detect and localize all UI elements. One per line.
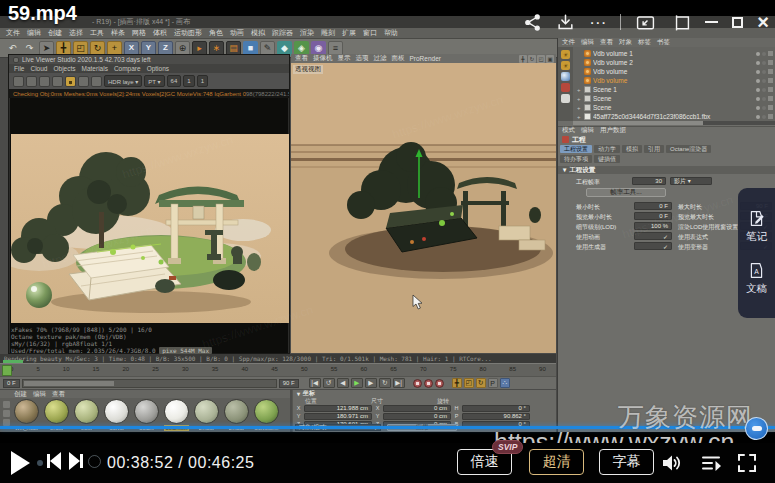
subtitle-button[interactable]: 字幕 bbox=[599, 449, 654, 475]
range-slider[interactable] bbox=[22, 379, 277, 388]
c4d-menu-item[interactable]: 帮助 bbox=[384, 28, 398, 38]
size-field[interactable]: 0 cm bbox=[383, 405, 451, 412]
visibility-dot[interactable] bbox=[756, 115, 760, 119]
close-icon[interactable]: × bbox=[757, 12, 769, 32]
transcript-button[interactable]: A 文稿 bbox=[746, 262, 767, 296]
pause-render-icon[interactable] bbox=[39, 76, 50, 87]
light-icon[interactable]: ☀ bbox=[561, 50, 570, 59]
attribute-tab[interactable]: 动力学 bbox=[594, 145, 620, 153]
c4d-menu-item[interactable]: 网格 bbox=[132, 28, 146, 38]
object-row[interactable]: + 45aff725c0d34464d7f31c23f086ccb1.fbx bbox=[573, 112, 775, 121]
attribute-tab[interactable]: 引用 bbox=[644, 145, 664, 153]
material-menu-item[interactable]: 查看 bbox=[52, 390, 65, 399]
material-sphere[interactable] bbox=[224, 399, 249, 424]
attribute-tab[interactable]: 工程设置 bbox=[560, 145, 592, 153]
key-parameter-icon[interactable]: P bbox=[488, 378, 498, 388]
key-scale-icon[interactable]: ◰ bbox=[464, 378, 474, 388]
share-icon[interactable] bbox=[523, 13, 542, 32]
om-menu-item[interactable]: 对象 bbox=[619, 38, 632, 47]
param-field[interactable]: ✓ bbox=[634, 242, 672, 250]
object-row[interactable]: Vdb volume 2 bbox=[573, 58, 775, 67]
sky-icon[interactable] bbox=[561, 72, 570, 81]
c4d-menu-item[interactable]: 样条 bbox=[111, 28, 125, 38]
render-visibility-dot[interactable] bbox=[762, 106, 766, 110]
vp-menu-item[interactable]: 查看 bbox=[295, 54, 308, 63]
camera-sync-icon[interactable] bbox=[78, 76, 89, 87]
fps-field[interactable]: 30 bbox=[632, 177, 666, 185]
c4d-menu-item[interactable]: 角色 bbox=[209, 28, 223, 38]
c4d-menu-item[interactable]: 窗口 bbox=[363, 28, 377, 38]
c4d-menu-item[interactable]: 模拟 bbox=[251, 28, 265, 38]
vp-menu-item[interactable]: 摄像机 bbox=[313, 54, 333, 63]
material-sphere[interactable] bbox=[134, 399, 159, 424]
pick-material-icon[interactable] bbox=[91, 76, 102, 87]
attribute-tab[interactable]: 键插值 bbox=[594, 155, 620, 163]
record-keyframe-icon[interactable] bbox=[413, 379, 422, 388]
c4d-menu-item[interactable]: 跟踪器 bbox=[272, 28, 293, 38]
play-button[interactable] bbox=[11, 451, 30, 475]
progress-knob[interactable] bbox=[745, 417, 768, 440]
position-field[interactable]: 121.988 cm bbox=[304, 405, 372, 412]
vp-menu-item[interactable]: 显示 bbox=[338, 54, 351, 63]
object-row[interactable]: + Scene 1 bbox=[573, 85, 775, 94]
bucket-field[interactable]: 1 bbox=[183, 75, 194, 87]
c4d-menu-item[interactable]: 扩展 bbox=[342, 28, 356, 38]
prev-frame-button[interactable]: ◀ bbox=[337, 378, 349, 388]
vp-orbit-icon[interactable]: ↻ bbox=[528, 55, 536, 63]
visibility-dot[interactable] bbox=[756, 88, 760, 92]
material-sphere[interactable] bbox=[104, 399, 129, 424]
key-pla-icon[interactable]: ∴ bbox=[500, 378, 510, 388]
quality-button[interactable]: 超清 bbox=[529, 449, 584, 475]
material-menu-item[interactable]: 创建 bbox=[14, 390, 27, 399]
c4d-menu-item[interactable]: 选择 bbox=[69, 28, 83, 38]
samples-field[interactable]: 64 bbox=[167, 75, 182, 87]
dock-window-icon[interactable] bbox=[670, 13, 691, 32]
attribute-tab[interactable]: 模拟 bbox=[622, 145, 642, 153]
attribute-tab[interactable]: Octane渲染器 bbox=[666, 145, 711, 153]
region-render-icon[interactable] bbox=[26, 76, 37, 87]
miniplayer-icon[interactable] bbox=[635, 13, 656, 32]
range-start-field[interactable]: 0 F bbox=[3, 379, 20, 388]
object-tag-icon[interactable] bbox=[768, 78, 773, 83]
render-visibility-dot[interactable] bbox=[762, 61, 766, 65]
minimize-icon[interactable] bbox=[705, 21, 718, 23]
attribute-tab[interactable]: 待办事项 bbox=[560, 155, 592, 163]
volume-icon[interactable] bbox=[660, 451, 684, 475]
live-viewer-titlebar[interactable]: Live Viewer Studio 2020.1.5 42.703 days … bbox=[9, 55, 289, 64]
range-end-field[interactable]: 90 F bbox=[279, 379, 299, 388]
c4d-menu-item[interactable]: 体积 bbox=[153, 28, 167, 38]
material-sphere[interactable] bbox=[44, 399, 69, 424]
position-field[interactable]: 180.971 cm bbox=[304, 413, 372, 420]
c4d-menu-item[interactable]: 工具 bbox=[90, 28, 104, 38]
vp-pan-icon[interactable]: ╋ bbox=[519, 55, 527, 63]
material-sphere[interactable] bbox=[254, 399, 279, 424]
object-tag-icon[interactable] bbox=[768, 60, 773, 65]
live-viewer-menu-item[interactable]: Objects bbox=[53, 65, 75, 72]
om-menu-item[interactable]: 标签 bbox=[638, 38, 651, 47]
object-row[interactable]: + Scene bbox=[573, 103, 775, 112]
viewport-panel[interactable]: 查看 摄像机 显示 选项 过滤 面板 ProRender ╋↻◰▣ bbox=[291, 54, 556, 353]
render-visibility-dot[interactable] bbox=[762, 79, 766, 83]
live-viewer-menu-item[interactable]: File bbox=[14, 65, 24, 72]
render-passes-dropdown[interactable]: HDR laye ▾ bbox=[104, 75, 142, 87]
camera-label[interactable]: 透视视图 bbox=[293, 65, 323, 74]
size-field[interactable]: 0 cm bbox=[383, 413, 451, 420]
material-red-icon[interactable] bbox=[561, 83, 570, 92]
next-frame-button[interactable]: ▶ bbox=[365, 378, 377, 388]
c4d-menu-item[interactable]: 动画 bbox=[230, 28, 244, 38]
more-icon[interactable]: ··· bbox=[589, 14, 606, 31]
attribute-section-header[interactable]: ▾工程设置 bbox=[558, 166, 775, 174]
next-episode-button[interactable] bbox=[69, 452, 83, 470]
render-visibility-dot[interactable] bbox=[762, 88, 766, 92]
material-sphere[interactable] bbox=[14, 399, 39, 424]
priority-field[interactable]: 1 bbox=[197, 75, 208, 87]
live-viewer-menu-item[interactable]: Compare bbox=[114, 65, 141, 72]
om-menu-item[interactable]: 书签 bbox=[657, 38, 670, 47]
goto-start-button[interactable]: |◀ bbox=[309, 378, 321, 388]
om-menu-item[interactable]: 编辑 bbox=[581, 38, 594, 47]
goto-end-button[interactable]: ▶| bbox=[393, 378, 405, 388]
visibility-dot[interactable] bbox=[756, 52, 760, 56]
visibility-dot[interactable] bbox=[756, 79, 760, 83]
material-strip-icon[interactable] bbox=[3, 419, 10, 426]
vp-menu-item[interactable]: 选项 bbox=[356, 54, 369, 63]
